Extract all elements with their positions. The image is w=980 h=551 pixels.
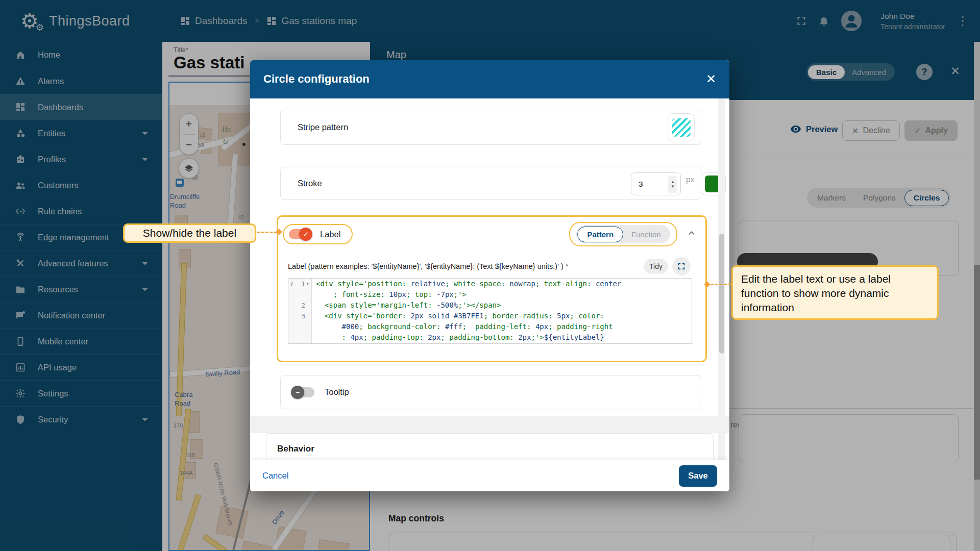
callout-edit-label: Edit the label text or use a label funct… xyxy=(731,265,939,320)
code-editor-lines: 1▾<div style='position: relative; white-… xyxy=(288,279,692,344)
line-number: 2 xyxy=(288,300,305,311)
callout-connector xyxy=(710,284,731,285)
section-gap xyxy=(250,416,729,433)
fullscreen-expand-icon xyxy=(677,262,686,271)
screen: ⚙ ⚙ ThingsBoard Dashboards > Gas station… xyxy=(0,0,980,551)
stroke-unit-label: px xyxy=(686,175,694,184)
code-line: 2 <span style='margin-left: -500%;'></sp… xyxy=(288,300,692,311)
code-line: 1▾<div style='position: relative; white-… xyxy=(288,279,692,289)
label-section: ✓ Label Pattern Function Label (pattern … xyxy=(277,215,707,362)
minus-icon: − xyxy=(296,388,300,396)
tidy-button[interactable]: Tidy xyxy=(644,259,668,274)
stroke-label: Stroke xyxy=(298,179,322,188)
pattern-button[interactable]: Pattern xyxy=(577,227,623,242)
dialog-scrollbar[interactable] xyxy=(718,98,725,460)
tooltip-toggle[interactable]: − xyxy=(291,386,314,399)
callout-show-hide-label: Show/hide the label xyxy=(123,223,256,243)
dialog-header: Circle configuration ✕ xyxy=(250,60,729,98)
save-button[interactable]: Save xyxy=(679,465,717,487)
check-icon: ✓ xyxy=(303,230,309,238)
dialog-title: Circle configuration xyxy=(263,72,370,86)
pattern-function-highlight-box: Pattern Function xyxy=(569,222,677,246)
label-toggle[interactable]: ✓ xyxy=(289,228,312,241)
stepper-down-icon: ▼ xyxy=(671,184,675,189)
stripe-pattern-row: Stripe pattern xyxy=(280,110,701,145)
label-pattern-field-label: Label (pattern examples: '${entityName}'… xyxy=(288,262,640,270)
toggle-knob: − xyxy=(291,386,304,399)
line-number: 1 xyxy=(288,279,305,289)
stroke-width-stepper[interactable]: ▲ ▼ xyxy=(668,176,677,193)
cancel-button[interactable]: Cancel xyxy=(262,471,288,481)
code-line: : 4px; padding-top: 2px; padding-bottom:… xyxy=(288,332,692,343)
tooltip-label: Tooltip xyxy=(325,387,349,397)
label-pattern-code-editor[interactable]: i 1▾<div style='position: relative; whit… xyxy=(288,278,692,344)
editor-fullscreen-button[interactable] xyxy=(672,257,691,276)
code-line: 3 <div style='border: 2px solid #3B7FE1;… xyxy=(288,311,692,321)
dialog-footer: Cancel Save xyxy=(250,460,729,491)
dialog-scrollbar-thumb[interactable] xyxy=(719,234,724,354)
collapse-chevron-up-icon[interactable] xyxy=(687,228,697,238)
callout-text: Edit the label text or use a label funct… xyxy=(741,273,891,313)
toggle-knob: ✓ xyxy=(299,228,312,241)
pattern-function-toggle: Pattern Function xyxy=(576,225,670,243)
code-line: ; font-size: 10px; top: -7px;'> xyxy=(288,289,692,300)
callout-text: Show/hide the label xyxy=(143,226,236,240)
dialog-close-icon[interactable]: ✕ xyxy=(706,72,716,86)
code-line: #000; background-color: #fff; padding-le… xyxy=(288,321,692,332)
stripe-pattern-label: Stripe pattern xyxy=(298,122,668,132)
stripe-pattern-preview xyxy=(672,118,691,137)
callout-connector xyxy=(257,232,277,233)
stroke-width-value: 3 xyxy=(639,180,668,189)
stripe-pattern-swatch-button[interactable] xyxy=(668,113,695,141)
circle-configuration-dialog: Circle configuration ✕ Stripe pattern St… xyxy=(250,60,729,491)
label-toggle-label: Label xyxy=(320,230,340,239)
behavior-title: Behavior xyxy=(277,444,314,454)
stepper-up-icon: ▲ xyxy=(671,180,675,184)
line-number: 3 xyxy=(288,311,305,321)
code-line: </div> xyxy=(288,343,692,344)
function-button[interactable]: Function xyxy=(623,227,669,242)
stroke-width-input[interactable]: 3 ▲ ▼ xyxy=(631,172,681,195)
tooltip-row: − Tooltip xyxy=(280,375,701,409)
stroke-row: Stroke 3 ▲ ▼ px xyxy=(280,167,701,200)
label-toggle-highlight-box: ✓ Label xyxy=(283,224,353,244)
fold-caret-icon[interactable]: ▾ xyxy=(306,279,309,289)
